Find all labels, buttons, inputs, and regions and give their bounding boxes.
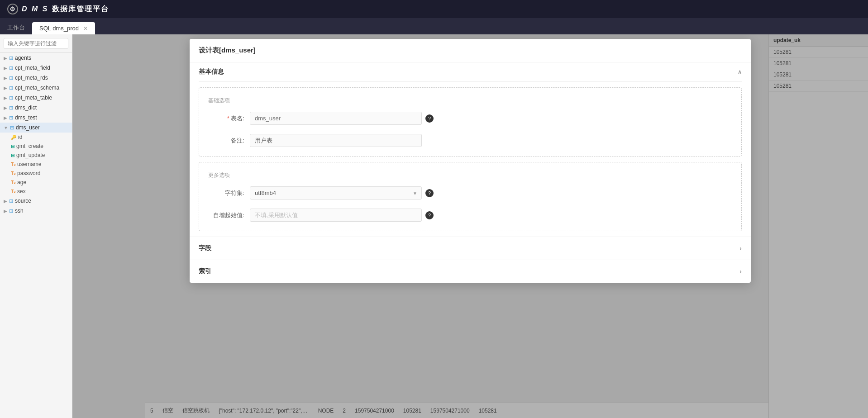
- design-table-modal: 设计表[dms_user] 基本信息 ∧ 基础选项 *: [190, 39, 751, 283]
- field-type-pk: 🔑: [11, 135, 16, 140]
- app-title: 数据库管理平台: [52, 5, 109, 14]
- remark-label: 备注:: [208, 137, 244, 145]
- expand-icon: ▶: [4, 66, 7, 71]
- more-options-form: 更多选项 字符集: utf8mb4 utf8 latin1 gbk: [199, 162, 742, 231]
- field-password[interactable]: Tₓ password: [7, 169, 72, 178]
- field-type-tx: Tₓ: [11, 171, 15, 176]
- auto-increment-help-icon[interactable]: ?: [425, 211, 434, 219]
- table-icon: ⊞: [9, 115, 13, 121]
- basic-options-label: 基础选项: [208, 97, 732, 104]
- charset-select[interactable]: utf8mb4 utf8 latin1 gbk: [250, 186, 422, 200]
- search-input[interactable]: [4, 38, 68, 49]
- modal-header: 设计表[dms_user]: [190, 39, 751, 62]
- auto-increment-label: 自增起始值:: [208, 211, 244, 219]
- table-name-row: * 表名: ?: [208, 112, 732, 125]
- sidebar-item-ssh[interactable]: ▶ ⊞ ssh: [0, 206, 72, 216]
- index-arrow-icon: ›: [739, 268, 742, 275]
- sidebar-item-cpt-meta-schema[interactable]: ▶ ⊞ cpt_meta_schema: [0, 83, 72, 93]
- field-age[interactable]: Tₓ age: [7, 178, 72, 187]
- table-name-input[interactable]: [250, 112, 422, 125]
- sidebar-search-area: [0, 34, 72, 53]
- field-username[interactable]: Tₓ username: [7, 160, 72, 169]
- table-icon: ⊞: [9, 198, 13, 204]
- field-type-dt: ⊟: [11, 144, 14, 149]
- table-icon: ⊞: [9, 105, 13, 111]
- sidebar-item-agents[interactable]: ▶ ⊞ agents: [0, 53, 72, 63]
- field-sex[interactable]: Tₓ sex: [7, 187, 72, 196]
- tab-bar: 工作台 SQL dms_prod ✕: [0, 18, 868, 34]
- fields-arrow-icon: ›: [739, 245, 742, 252]
- modal-title: 设计表[dms_user]: [199, 46, 256, 54]
- charset-select-wrapper: utf8mb4 utf8 latin1 gbk ▼: [250, 186, 422, 200]
- tab-workbench[interactable]: 工作台: [0, 21, 32, 34]
- charset-row: 字符集: utf8mb4 utf8 latin1 gbk ▼ ?: [208, 186, 732, 200]
- dms-user-children: 🔑 id ⊟ gmt_create ⊟ gmt_update Tₓ userna…: [0, 133, 72, 196]
- charset-label: 字符集:: [208, 189, 244, 197]
- auto-increment-row: 自增起始值: ?: [208, 209, 732, 222]
- modal-overlay: 设计表[dms_user] 基本信息 ∧ 基础选项 *: [72, 34, 868, 418]
- table-name-help-icon[interactable]: ?: [425, 114, 434, 123]
- expand-icon: ▶: [4, 105, 7, 110]
- table-name-label: * 表名:: [208, 114, 244, 123]
- table-icon: ⊞: [9, 95, 13, 101]
- basic-info-section: 基本信息 ∧ 基础选项 * 表名: ?: [190, 62, 751, 231]
- sidebar-item-dms-dict[interactable]: ▶ ⊞ dms_dict: [0, 103, 72, 113]
- field-gmt-create[interactable]: ⊟ gmt_create: [7, 142, 72, 151]
- expand-icon: ▶: [4, 76, 7, 81]
- fields-label: 字段: [199, 244, 211, 252]
- field-gmt-update[interactable]: ⊟ gmt_update: [7, 151, 72, 160]
- expand-icon: ▶: [4, 199, 7, 204]
- field-type-tx: Tₓ: [11, 189, 15, 194]
- table-icon: ⊞: [9, 75, 13, 81]
- gear-icon: ⚙: [7, 4, 18, 14]
- table-icon: ⊞: [10, 125, 14, 131]
- expand-icon: ▶: [4, 86, 7, 90]
- table-icon: ⊞: [9, 55, 13, 61]
- field-type-tx: Tₓ: [11, 162, 15, 167]
- sidebar-item-dms-user[interactable]: ▼ ⊞ dms_user: [0, 123, 72, 133]
- basic-info-header[interactable]: 基本信息 ∧: [199, 62, 742, 82]
- sidebar-item-dms-test[interactable]: ▶ ⊞ dms_test: [0, 113, 72, 123]
- tab-close-icon[interactable]: ✕: [83, 25, 88, 32]
- expand-icon: ▶: [4, 56, 7, 61]
- basic-options-form: 基础选项 * 表名: ? 备注:: [199, 87, 742, 157]
- auto-increment-input[interactable]: [250, 209, 422, 222]
- logo: ⚙ D M S 数据库管理平台: [7, 4, 109, 14]
- index-label: 索引: [199, 267, 211, 276]
- expand-icon: ▶: [4, 115, 7, 120]
- sidebar-item-cpt-meta-table[interactable]: ▶ ⊞ cpt_meta_table: [0, 93, 72, 103]
- more-options-label: 更多选项: [208, 171, 732, 179]
- expand-icon: ▶: [4, 209, 7, 214]
- remark-input[interactable]: [250, 134, 422, 147]
- index-section[interactable]: 索引 ›: [190, 260, 751, 283]
- sidebar: ▶ ⊞ agents ▶ ⊞ cpt_meta_field ▶ ⊞ cpt_me…: [0, 34, 72, 418]
- content-area: update_uk 105281 105281 105281 105281 5 …: [72, 34, 868, 418]
- tab-sql[interactable]: SQL dms_prod ✕: [32, 22, 95, 34]
- field-id[interactable]: 🔑 id: [7, 133, 72, 142]
- fields-section[interactable]: 字段 ›: [190, 237, 751, 260]
- field-type-tx: Tₓ: [11, 180, 15, 185]
- remark-row: 备注:: [208, 134, 732, 147]
- basic-info-label: 基本信息: [199, 68, 224, 76]
- chevron-up-icon: ∧: [738, 69, 742, 75]
- sidebar-item-cpt-meta-rds[interactable]: ▶ ⊞ cpt_meta_rds: [0, 73, 72, 83]
- dms-text: D M S: [22, 5, 48, 13]
- top-bar: ⚙ D M S 数据库管理平台: [0, 0, 868, 18]
- expand-icon: ▼: [4, 125, 8, 130]
- charset-help-icon[interactable]: ?: [425, 189, 434, 197]
- table-icon: ⊞: [9, 65, 13, 71]
- main-layout: ▶ ⊞ agents ▶ ⊞ cpt_meta_field ▶ ⊞ cpt_me…: [0, 34, 868, 418]
- sidebar-item-source[interactable]: ▶ ⊞ source: [0, 196, 72, 206]
- table-icon: ⊞: [9, 85, 13, 91]
- expand-icon: ▶: [4, 95, 7, 100]
- sidebar-item-cpt-meta-field[interactable]: ▶ ⊞ cpt_meta_field: [0, 63, 72, 73]
- table-icon: ⊞: [9, 208, 13, 214]
- field-type-dt: ⊟: [11, 153, 14, 158]
